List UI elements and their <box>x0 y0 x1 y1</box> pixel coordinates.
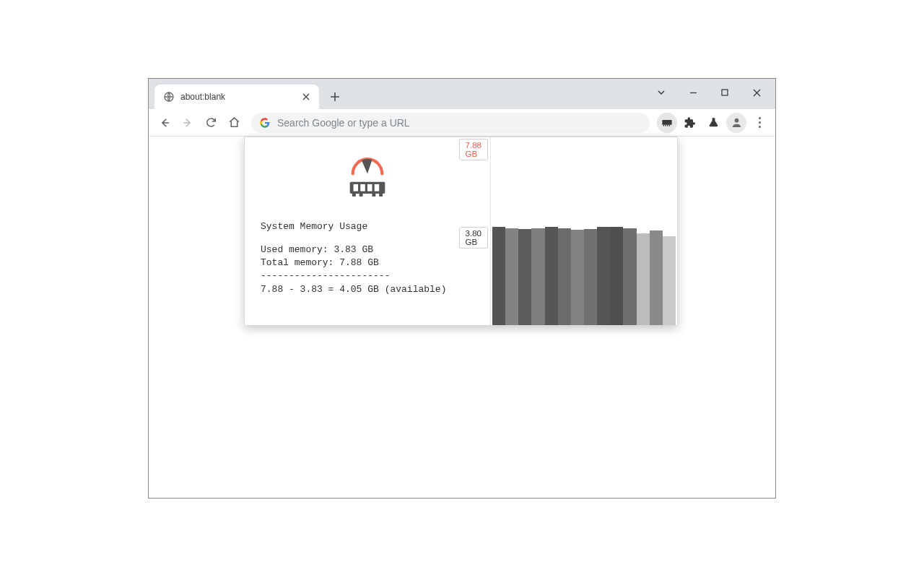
home-button[interactable] <box>224 113 244 133</box>
chart-current-label: 3.80 GB <box>459 227 488 249</box>
svg-rect-11 <box>367 184 372 191</box>
profile-avatar-icon[interactable] <box>726 113 746 133</box>
titlebar: about:blank <box>149 79 775 109</box>
window-minimize-icon[interactable] <box>677 82 709 103</box>
chart-bar <box>531 228 544 325</box>
popup-available-line: 7.88 - 3.83 = 4.05 GB (available) <box>261 283 474 296</box>
popup-used-line: Used memory: 3.83 GB <box>261 243 474 256</box>
chart-bar <box>492 227 505 325</box>
svg-rect-1 <box>722 90 728 95</box>
svg-rect-4 <box>665 124 666 126</box>
chart-bar <box>663 236 676 325</box>
window-caret-icon[interactable] <box>645 82 677 103</box>
memory-popup: System Memory Usage Used memory: 3.83 GB… <box>244 137 678 326</box>
browser-window: about:blank <box>148 78 776 499</box>
chart-bar <box>650 230 663 325</box>
window-maximize-icon[interactable] <box>709 82 741 103</box>
overflow-menu-icon[interactable] <box>749 113 770 133</box>
reload-button[interactable] <box>201 113 221 133</box>
memory-bar-chart <box>492 140 676 325</box>
chart-bar <box>571 230 584 325</box>
globe-icon <box>163 91 175 103</box>
svg-rect-3 <box>663 124 664 126</box>
browser-tab[interactable]: about:blank <box>154 85 319 109</box>
url-input[interactable] <box>277 117 641 129</box>
svg-rect-5 <box>667 124 668 126</box>
chart-bar <box>623 228 636 325</box>
popup-separator: ----------------------- <box>261 269 474 282</box>
new-tab-button[interactable] <box>325 87 345 107</box>
svg-rect-14 <box>359 194 363 197</box>
gauge-icon <box>261 150 474 199</box>
chart-bar <box>584 229 597 325</box>
chart-ymax-label: 7.88 GB <box>459 139 488 160</box>
chart-bar <box>518 229 531 325</box>
svg-rect-12 <box>375 184 379 191</box>
back-button[interactable] <box>154 113 175 133</box>
chart-bar <box>637 233 650 325</box>
popup-title: System Memory Usage <box>261 221 474 232</box>
svg-rect-16 <box>379 194 383 197</box>
memory-extension-icon[interactable] <box>657 113 677 133</box>
tab-close-icon[interactable] <box>300 91 312 103</box>
svg-rect-10 <box>360 184 365 191</box>
popup-total-line: Total memory: 7.88 GB <box>261 256 474 269</box>
window-close-icon[interactable] <box>741 82 772 103</box>
google-g-icon <box>260 118 270 128</box>
popup-info-pane: System Memory Usage Used memory: 3.83 GB… <box>245 137 490 325</box>
svg-rect-9 <box>354 184 358 191</box>
omnibox[interactable] <box>251 113 650 133</box>
popup-chart-pane: 7.88 GB 3.80 GB <box>490 137 677 325</box>
window-controls <box>645 82 772 103</box>
chart-bar <box>597 227 610 325</box>
chart-bar <box>610 227 623 325</box>
page-content: System Memory Usage Used memory: 3.83 GB… <box>149 137 775 498</box>
svg-rect-2 <box>662 120 671 125</box>
chart-bar <box>505 228 518 325</box>
labs-flask-icon[interactable] <box>703 113 723 133</box>
forward-button[interactable] <box>178 113 198 133</box>
svg-rect-15 <box>372 194 375 197</box>
chart-bar <box>558 228 571 325</box>
extensions-puzzle-icon[interactable] <box>680 113 700 133</box>
toolbar <box>149 109 775 137</box>
svg-rect-6 <box>669 124 670 126</box>
chart-bar <box>545 227 558 325</box>
svg-rect-13 <box>352 194 356 197</box>
svg-point-7 <box>734 118 738 123</box>
tab-title: about:blank <box>180 92 295 102</box>
